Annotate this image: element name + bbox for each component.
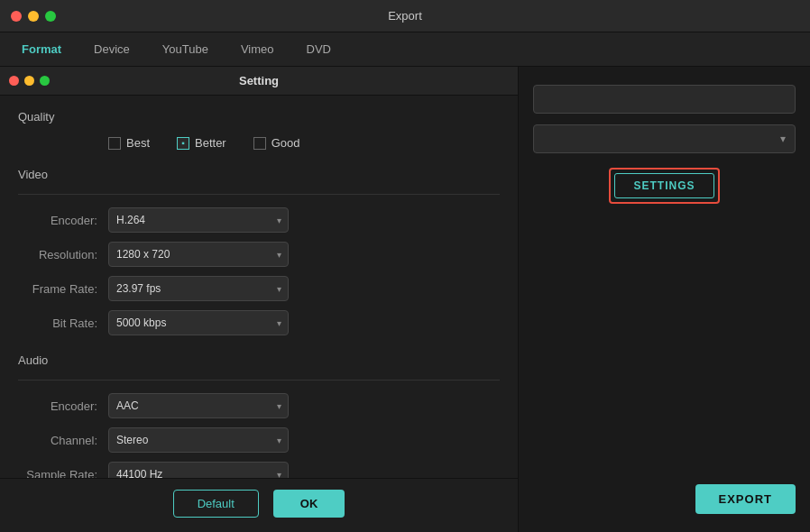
audio-samplerate-row: Sample Rate: 44100 Hz ▾ — [18, 462, 500, 478]
tab-vimeo[interactable]: Vimeo — [226, 37, 289, 61]
video-resolution-select[interactable]: 1280 x 720 — [108, 242, 289, 267]
audio-channel-row: Channel: Stereo ▾ — [18, 427, 500, 453]
video-bitrate-row: Bit Rate: 5000 kbps ▾ — [18, 310, 500, 335]
video-encoder-select[interactable]: H.264 — [108, 207, 289, 233]
video-framerate-label: Frame Rate: — [18, 282, 108, 296]
tab-device[interactable]: Device — [79, 37, 144, 61]
right-dropdown[interactable]: ▾ — [533, 124, 796, 153]
right-panel: ▾ SETTINGS EXPORT — [519, 67, 810, 532]
quality-better-checkbox[interactable]: ▪ — [177, 137, 189, 150]
window-controls — [11, 11, 56, 22]
close-icon[interactable] — [11, 11, 22, 22]
audio-channel-label: Channel: — [18, 434, 108, 447]
video-section: Video Encoder: H.264 ▾ Resolution: — [18, 168, 500, 335]
audio-samplerate-select-wrapper: 44100 Hz ▾ — [108, 462, 289, 478]
nav-bar: Format Device YouTube Vimeo DVD — [0, 32, 810, 67]
main-layout: Setting Quality Best ▪ Better Good — [0, 67, 810, 532]
settings-button-box: SETTINGS — [609, 168, 719, 204]
quality-better[interactable]: ▪ Better — [177, 136, 226, 150]
minimize-icon[interactable] — [28, 11, 39, 22]
inner-title-bar: Setting — [0, 67, 518, 96]
settings-button[interactable]: SETTINGS — [614, 173, 713, 198]
inner-minimize-icon[interactable] — [24, 76, 34, 86]
video-bitrate-select-wrapper: 5000 kbps ▾ — [108, 310, 289, 335]
video-resolution-label: Resolution: — [18, 248, 108, 261]
settings-footer: Default OK — [0, 478, 518, 532]
audio-divider — [18, 380, 500, 381]
audio-section-title: Audio — [18, 353, 500, 367]
video-framerate-select[interactable]: 23.97 fps — [108, 276, 289, 301]
quality-section-title: Quality — [18, 110, 500, 124]
quality-good[interactable]: Good — [253, 136, 300, 150]
video-encoder-select-wrapper: H.264 ▾ — [108, 207, 289, 233]
settings-panel: Setting Quality Best ▪ Better Good — [0, 67, 519, 532]
video-encoder-row: Encoder: H.264 ▾ — [18, 207, 500, 233]
quality-best-checkbox[interactable] — [108, 137, 121, 150]
export-button[interactable]: EXPORT — [695, 484, 796, 514]
tab-dvd[interactable]: DVD — [292, 37, 345, 61]
quality-best-label: Best — [126, 136, 150, 150]
tab-youtube[interactable]: YouTube — [148, 37, 223, 61]
quality-good-label: Good — [272, 136, 300, 150]
audio-encoder-select[interactable]: AAC — [108, 393, 289, 418]
audio-samplerate-label: Sample Rate: — [18, 468, 108, 479]
inner-panel-title: Setting — [239, 74, 279, 87]
video-bitrate-label: Bit Rate: — [18, 316, 108, 330]
video-encoder-label: Encoder: — [18, 214, 108, 227]
window-title: Export — [388, 9, 422, 23]
video-resolution-select-wrapper: 1280 x 720 ▾ — [108, 242, 289, 267]
audio-encoder-label: Encoder: — [18, 399, 108, 413]
video-bitrate-select[interactable]: 5000 kbps — [108, 310, 289, 335]
video-framerate-row: Frame Rate: 23.97 fps ▾ — [18, 276, 500, 301]
inner-maximize-icon[interactable] — [40, 76, 50, 86]
quality-good-checkbox[interactable] — [253, 137, 266, 150]
video-divider — [18, 194, 500, 195]
video-section-title: Video — [18, 168, 500, 181]
chevron-down-icon: ▾ — [780, 133, 786, 145]
audio-section: Audio Encoder: AAC ▾ Channel: — [18, 353, 500, 478]
maximize-icon[interactable] — [45, 11, 56, 22]
audio-encoder-row: Encoder: AAC ▾ — [18, 393, 500, 418]
title-bar: Export — [0, 0, 810, 32]
audio-samplerate-select[interactable]: 44100 Hz — [108, 462, 289, 478]
ok-button[interactable]: OK — [273, 490, 345, 518]
tab-format[interactable]: Format — [7, 37, 76, 61]
audio-channel-select[interactable]: Stereo — [108, 427, 289, 453]
audio-channel-select-wrapper: Stereo ▾ — [108, 427, 289, 453]
settings-content: Quality Best ▪ Better Good Video — [0, 96, 518, 478]
video-resolution-row: Resolution: 1280 x 720 ▾ — [18, 242, 500, 267]
inner-close-icon[interactable] — [9, 76, 19, 86]
inner-window-controls — [9, 76, 50, 86]
quality-row: Best ▪ Better Good — [18, 136, 500, 150]
audio-encoder-select-wrapper: AAC ▾ — [108, 393, 289, 418]
default-button[interactable]: Default — [173, 490, 259, 518]
quality-best[interactable]: Best — [108, 136, 150, 150]
quality-better-label: Better — [195, 136, 226, 150]
right-input-field[interactable] — [533, 85, 796, 114]
video-framerate-select-wrapper: 23.97 fps ▾ — [108, 276, 289, 301]
